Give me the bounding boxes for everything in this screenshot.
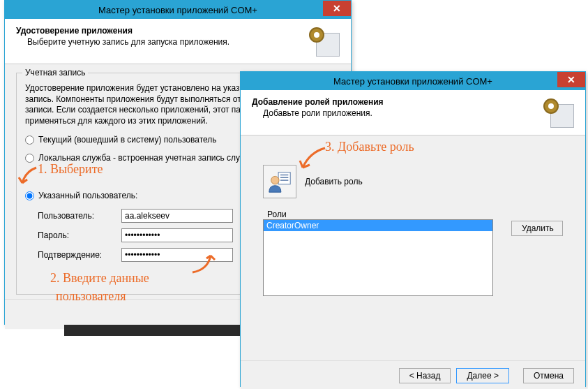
- confirm-input[interactable]: [121, 248, 233, 262]
- roles-header: Роли: [263, 210, 497, 219]
- user-input[interactable]: [121, 209, 233, 223]
- radio-specified-user-label: Указанный пользователь:: [38, 191, 137, 200]
- header-subtitle: Выберите учетную запись для запуска прил…: [27, 37, 229, 47]
- svg-point-4: [271, 176, 279, 184]
- user-label: Пользователь:: [38, 211, 121, 221]
- radio-current-user-input[interactable]: [25, 135, 34, 145]
- header-title: Удостоверение приложения: [16, 26, 229, 36]
- back-button[interactable]: < Назад: [399, 368, 451, 383]
- confirm-label: Подтверждение:: [38, 250, 121, 260]
- cancel-button[interactable]: Отмена: [523, 368, 574, 383]
- titlebar[interactable]: Мастер установки приложений COM+ ✕: [241, 72, 585, 90]
- radio-local-service-label: Локальная служба - встроенная учетная за…: [38, 153, 257, 163]
- wizard-icon: [306, 26, 340, 57]
- radio-local-service-input[interactable]: [25, 154, 34, 163]
- radio-specified-user-input[interactable]: [25, 191, 34, 200]
- button-row: < Назад Далее > Отмена: [241, 360, 585, 389]
- next-button[interactable]: Далее >: [456, 368, 509, 383]
- add-role-button[interactable]: [263, 165, 296, 198]
- window-title: Мастер установки приложений COM+: [5, 5, 351, 15]
- close-button[interactable]: ✕: [557, 72, 585, 87]
- header-subtitle: Добавьте роли приложения.: [263, 108, 384, 118]
- person-card-icon: [266, 168, 293, 195]
- password-label: Пароль:: [38, 230, 121, 240]
- delete-button[interactable]: Удалить: [511, 221, 563, 236]
- wizard-header: Удостоверение приложения Выберите учетну…: [5, 19, 351, 64]
- close-button[interactable]: ✕: [323, 1, 351, 16]
- close-icon: ✕: [333, 3, 341, 14]
- window-title: Мастер установки приложений COM+: [241, 76, 585, 87]
- close-icon: ✕: [567, 74, 575, 85]
- role-item[interactable]: CreatorOwner: [264, 220, 492, 231]
- titlebar[interactable]: Мастер установки приложений COM+ ✕: [5, 1, 351, 19]
- shadow: [64, 325, 246, 336]
- header-title: Добавление ролей приложения: [252, 97, 384, 107]
- wizard-header: Добавление ролей приложения Добавьте рол…: [241, 90, 585, 135]
- radio-current-user-label: Текущий (вошедший в систему) пользовател…: [38, 135, 217, 145]
- password-input[interactable]: [121, 228, 233, 242]
- add-role-label: Добавить роль: [305, 177, 363, 186]
- roles-listbox[interactable]: CreatorOwner: [263, 219, 493, 296]
- fieldset-legend: Учетная запись: [22, 68, 88, 78]
- wizard-icon: [541, 97, 574, 128]
- wizard-window-roles: Мастер установки приложений COM+ ✕ Добав…: [240, 71, 586, 387]
- svg-rect-0: [278, 173, 290, 184]
